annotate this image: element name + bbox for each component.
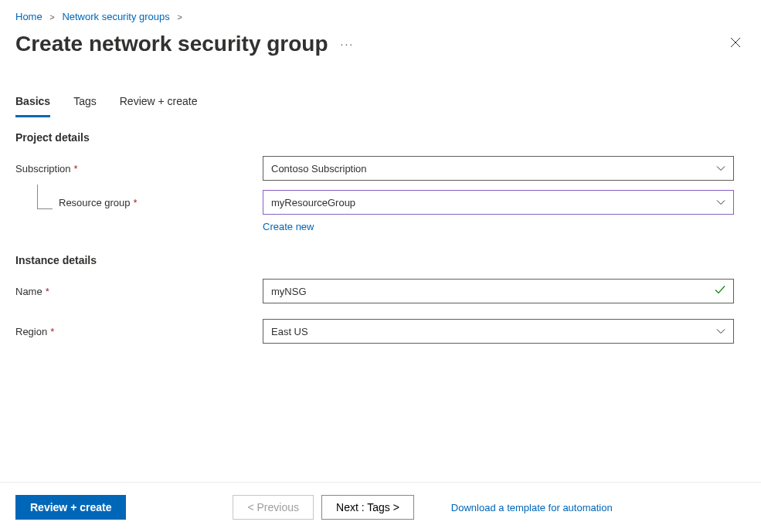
breadcrumb-home[interactable]: Home <box>15 11 42 22</box>
required-indicator: * <box>71 163 78 175</box>
required-indicator: * <box>42 286 49 297</box>
name-input[interactable]: myNSG <box>263 279 734 303</box>
label-subscription: Subscription* <box>15 163 263 175</box>
resource-group-value: myResourceGroup <box>271 197 355 208</box>
next-button[interactable]: Next : Tags > <box>321 495 414 520</box>
previous-button: < Previous <box>233 495 314 520</box>
breadcrumb: Home > Network security groups > <box>0 0 761 29</box>
checkmark-icon <box>715 286 725 297</box>
close-button[interactable] <box>725 32 746 56</box>
close-icon <box>730 37 741 48</box>
subscription-select[interactable]: Contoso Subscription <box>263 156 734 181</box>
section-instance-details: Instance details <box>0 232 761 274</box>
chevron-right-icon: > <box>172 12 186 22</box>
name-value: myNSG <box>271 286 307 297</box>
chevron-right-icon: > <box>45 12 59 22</box>
section-project-details: Project details <box>0 117 761 151</box>
row-create-new-link: Create new <box>0 219 761 232</box>
tab-tags[interactable]: Tags <box>73 90 97 117</box>
chevron-down-icon <box>716 197 725 208</box>
tree-connector-icon <box>37 185 53 209</box>
label-resource-group: Resource group* <box>15 197 263 208</box>
page-header: Create network security group ··· <box>0 29 761 76</box>
row-name: Name* myNSG <box>0 274 761 308</box>
breadcrumb-nsg[interactable]: Network security groups <box>62 11 169 22</box>
row-region: Region* East US <box>0 308 761 348</box>
region-select[interactable]: East US <box>263 319 734 344</box>
required-indicator: * <box>47 326 54 337</box>
tab-review-create[interactable]: Review + create <box>120 90 198 117</box>
create-new-resource-group-link[interactable]: Create new <box>263 221 314 232</box>
download-template-link[interactable]: Download a template for automation <box>451 502 613 513</box>
chevron-down-icon <box>716 326 725 337</box>
subscription-value: Contoso Subscription <box>271 163 367 175</box>
more-options-button[interactable]: ··· <box>328 38 355 50</box>
region-value: East US <box>271 326 308 337</box>
label-name: Name* <box>15 286 263 297</box>
footer: Review + create < Previous Next : Tags >… <box>0 482 761 532</box>
row-resource-group: Resource group* myResourceGroup <box>0 185 761 219</box>
row-subscription: Subscription* Contoso Subscription <box>0 151 761 185</box>
tab-basics[interactable]: Basics <box>15 90 50 117</box>
chevron-down-icon <box>716 163 725 175</box>
required-indicator: * <box>131 197 138 208</box>
page-title: Create network security group <box>15 32 328 56</box>
tabs: Basics Tags Review + create <box>0 90 761 117</box>
review-create-button[interactable]: Review + create <box>15 495 126 520</box>
label-region: Region* <box>15 326 263 337</box>
resource-group-select[interactable]: myResourceGroup <box>263 190 734 215</box>
